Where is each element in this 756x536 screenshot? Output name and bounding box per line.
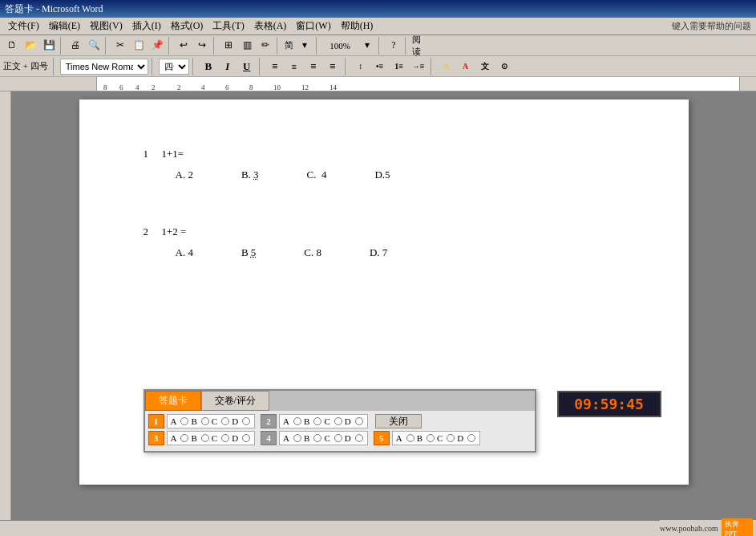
- answer-row-2: 3 A B C D 4 A B C D: [148, 431, 532, 445]
- sep2: [105, 37, 109, 55]
- ruler-mark-4b: 6: [225, 83, 229, 91]
- align-left-btn[interactable]: ≡: [266, 58, 284, 75]
- menu-insert[interactable]: 插入(I): [127, 18, 166, 35]
- menu-file[interactable]: 文件(F): [3, 18, 44, 35]
- zoom-box[interactable]: 100%: [322, 37, 358, 55]
- table-btn[interactable]: ⊞: [220, 37, 237, 55]
- q5-radio-a[interactable]: [406, 434, 414, 442]
- special2-btn[interactable]: ⊙: [495, 58, 513, 75]
- menu-table[interactable]: 表格(A): [249, 18, 292, 35]
- main-area: 1 1+1= A. 2 B. 3 C. 4 D.5 2 1+2 = A. 4 B…: [0, 91, 756, 520]
- align-right-btn[interactable]: ≡: [305, 58, 322, 75]
- font-selector[interactable]: Times New Roman: [60, 59, 148, 75]
- sep3: [168, 37, 172, 55]
- q2-radio-b[interactable]: [313, 417, 321, 425]
- q4-radio-d[interactable]: [355, 434, 363, 442]
- special1-btn[interactable]: 文: [476, 58, 494, 75]
- q5-radio-d[interactable]: [467, 434, 475, 442]
- q1-btn[interactable]: 1: [148, 414, 164, 428]
- sep-fmt3: [192, 58, 196, 75]
- read-btn[interactable]: 阅读: [411, 37, 429, 55]
- save-btn[interactable]: 💾: [40, 37, 58, 55]
- sep1: [60, 37, 64, 55]
- new-btn[interactable]: 🗋: [3, 37, 21, 55]
- q3-radio-b[interactable]: [201, 434, 209, 442]
- bold-btn[interactable]: B: [200, 58, 217, 75]
- sep7: [378, 37, 382, 55]
- undo-btn[interactable]: ↩: [175, 37, 192, 55]
- menu-window[interactable]: 窗口(W): [291, 18, 335, 35]
- question-2: 2 1+2 = A. 4 B 5 C. 8 D. 7: [144, 225, 625, 259]
- cut-btn[interactable]: ✂: [111, 37, 129, 55]
- q1-radio-a[interactable]: [180, 417, 188, 425]
- ruler-mark-10: 10: [273, 83, 281, 91]
- menu-help[interactable]: 帮助(H): [336, 18, 378, 35]
- ruler-mark-2: 2: [152, 83, 156, 91]
- q4-radio-b[interactable]: [313, 434, 321, 442]
- list-number-btn[interactable]: 1≡: [390, 58, 408, 75]
- q2-radio-c[interactable]: [334, 417, 342, 425]
- menu-view[interactable]: 视图(V): [85, 18, 127, 35]
- justify-btn[interactable]: ≡: [324, 58, 342, 75]
- q5-radio-b[interactable]: [427, 434, 435, 442]
- tab-submit[interactable]: 交卷/评分: [201, 391, 269, 411]
- menu-edit[interactable]: 编辑(E): [44, 18, 85, 35]
- q5-btn[interactable]: 5: [374, 431, 390, 445]
- font-color-btn[interactable]: A: [457, 58, 475, 75]
- q2-radio-a[interactable]: [293, 417, 301, 425]
- answer-panel: 答题卡 交卷/评分 09:59:45 1 A B C: [144, 389, 536, 453]
- sep4: [213, 37, 217, 55]
- menu-bar: 文件(F) 编辑(E) 视图(V) 插入(I) 格式(O) 工具(T) 表格(A…: [0, 18, 756, 35]
- highlight-btn[interactable]: A: [438, 58, 455, 75]
- simplified-label: 简: [283, 39, 295, 51]
- q2-btn[interactable]: 2: [261, 414, 277, 428]
- document-area[interactable]: 1 1+1= A. 2 B. 3 C. 4 D.5 2 1+2 = A. 4 B…: [11, 91, 756, 520]
- list-bullet-btn[interactable]: •≡: [371, 58, 389, 75]
- menu-format[interactable]: 格式(O): [166, 18, 208, 35]
- print-btn[interactable]: 🖨: [67, 37, 84, 55]
- q3-radio-c[interactable]: [221, 434, 229, 442]
- columns-btn[interactable]: ▥: [238, 37, 256, 55]
- tab-answer-card[interactable]: 答题卡: [145, 391, 201, 411]
- line-spacing-btn[interactable]: ↕: [352, 58, 370, 75]
- paste-btn[interactable]: 📌: [148, 37, 166, 55]
- q1-radio-d[interactable]: [242, 417, 250, 425]
- q1-radio-b[interactable]: [201, 417, 209, 425]
- answer-panel-tabs: 答题卡 交卷/评分 09:59:45: [145, 391, 535, 411]
- sep-fmt6: [431, 58, 435, 75]
- q1-radio-c[interactable]: [221, 417, 229, 425]
- preview-btn[interactable]: 🔍: [85, 37, 103, 55]
- copy-btn[interactable]: 📋: [130, 37, 148, 55]
- italic-btn[interactable]: I: [219, 58, 237, 75]
- draw-btn[interactable]: ✏: [257, 37, 274, 55]
- align-center-btn[interactable]: ≡: [285, 58, 303, 75]
- q4-btn[interactable]: 4: [261, 431, 277, 445]
- q1-text: 1+1=: [162, 148, 184, 160]
- q2-radio-d[interactable]: [355, 417, 363, 425]
- menu-tools[interactable]: 工具(T): [208, 18, 249, 35]
- timer-display: 09:59:45: [557, 391, 661, 417]
- question-1: 1 1+1= A. 2 B. 3 C. 4 D.5: [144, 148, 625, 181]
- redo-btn[interactable]: ↪: [193, 37, 211, 55]
- open-btn[interactable]: 📂: [22, 37, 39, 55]
- q1-opt-b: B. 3: [241, 169, 259, 181]
- indent-increase-btn[interactable]: →≡: [410, 58, 427, 75]
- q4-radio-a[interactable]: [293, 434, 301, 442]
- q4-radio-c[interactable]: [334, 434, 342, 442]
- close-button[interactable]: 关闭: [375, 414, 422, 428]
- q2-opt-a: A. 4: [176, 246, 193, 259]
- q3-btn[interactable]: 3: [148, 431, 164, 445]
- q5-radio-c[interactable]: [447, 434, 455, 442]
- font-size-selector[interactable]: 四号: [159, 59, 189, 75]
- sep-fmt4: [259, 58, 263, 75]
- q3-radio-a[interactable]: [180, 434, 188, 442]
- zoom-dropdown[interactable]: ▾: [358, 37, 376, 55]
- simplified-btn[interactable]: ▾: [296, 37, 313, 55]
- help-icon-btn[interactable]: ?: [385, 37, 402, 55]
- underline-btn[interactable]: U: [238, 58, 256, 75]
- q3-radio-d[interactable]: [242, 434, 250, 442]
- q2-spacer: [144, 275, 625, 287]
- sep6: [316, 37, 320, 55]
- q1-opt-c: C. 4: [307, 169, 327, 181]
- answer-row-1: 1 A B C D 2 A B C D: [148, 414, 532, 428]
